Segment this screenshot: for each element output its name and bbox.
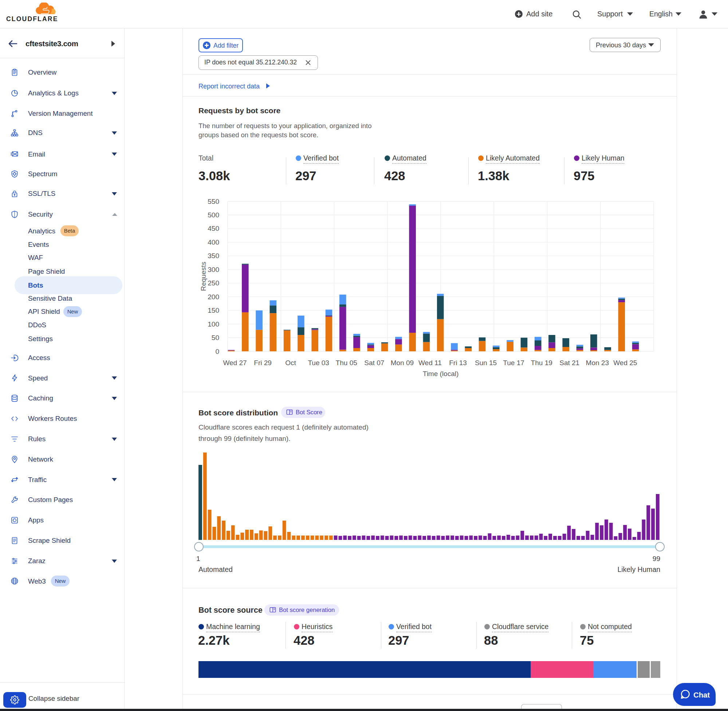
svg-text:550: 550 (208, 198, 219, 205)
svg-text:Sat 21: Sat 21 (560, 359, 579, 367)
svg-text:Tue 03: Tue 03 (308, 359, 329, 367)
svg-text:Sun 15: Sun 15 (475, 359, 497, 367)
svg-text:100: 100 (208, 320, 219, 328)
svg-text:Fri 29: Fri 29 (254, 359, 272, 367)
svg-text:Fri 13: Fri 13 (449, 359, 467, 367)
svg-text:Sat 07: Sat 07 (364, 359, 384, 367)
svg-text:500: 500 (208, 211, 219, 219)
svg-text:Wed 25: Wed 25 (613, 359, 637, 367)
svg-text:Mon 23: Mon 23 (586, 359, 609, 367)
svg-text:Wed 27: Wed 27 (223, 359, 247, 367)
svg-text:Time (local): Time (local) (423, 370, 459, 378)
svg-text:Thu 05: Thu 05 (336, 359, 357, 367)
svg-text:Tue 17: Tue 17 (503, 359, 524, 367)
svg-text:450: 450 (208, 225, 219, 232)
svg-text:250: 250 (208, 279, 219, 287)
svg-text:Wed 11: Wed 11 (418, 359, 442, 367)
svg-text:400: 400 (208, 239, 219, 246)
svg-text:50: 50 (211, 334, 219, 341)
svg-text:300: 300 (208, 266, 219, 273)
svg-text:0: 0 (215, 348, 219, 356)
svg-text:Thu 19: Thu 19 (531, 359, 552, 367)
svg-text:150: 150 (208, 307, 219, 314)
svg-text:Mon 09: Mon 09 (391, 359, 414, 367)
svg-text:Oct: Oct (285, 359, 296, 367)
svg-text:200: 200 (208, 293, 219, 301)
svg-text:Requests: Requests (199, 262, 207, 291)
svg-text:350: 350 (208, 252, 219, 260)
